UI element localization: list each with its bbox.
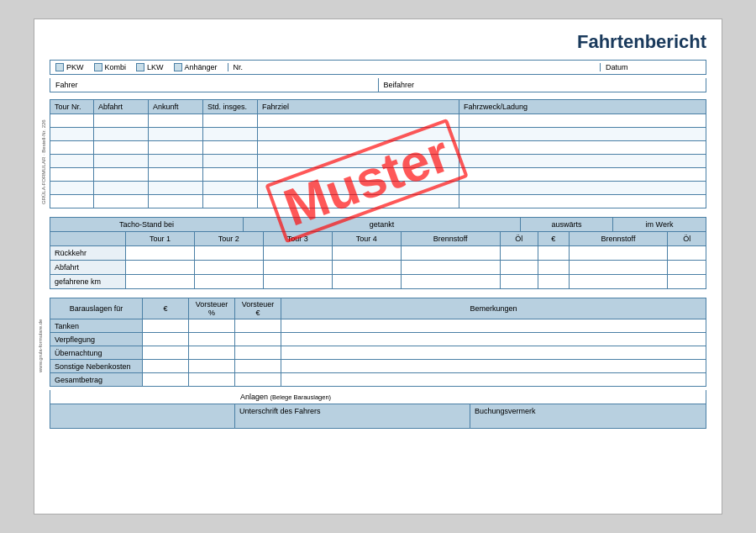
- tour-row-cell[interactable]: [94, 168, 149, 182]
- tour-row-cell[interactable]: [203, 168, 258, 182]
- tour-row-cell[interactable]: [50, 168, 94, 182]
- kombi-checkbox[interactable]: [94, 63, 102, 71]
- bar-row-cell-1[interactable]: [143, 346, 189, 360]
- tacho-row-cell[interactable]: [569, 275, 668, 289]
- tacho-row-cell[interactable]: [401, 261, 500, 275]
- tacho-row-cell[interactable]: [401, 275, 500, 289]
- tacho-row-cell[interactable]: [538, 275, 569, 289]
- tacho-row-cell[interactable]: [668, 246, 706, 261]
- pkw-label: PKW: [66, 63, 84, 71]
- tour-row-cell[interactable]: [459, 114, 706, 128]
- bar-row-cell-1[interactable]: [143, 319, 189, 333]
- bar-row-cell-3[interactable]: [235, 319, 281, 333]
- tacho-row-cell[interactable]: [332, 275, 401, 289]
- bar-row-cell-2[interactable]: [189, 360, 235, 373]
- bar-row-cell-1[interactable]: [143, 333, 189, 346]
- bar-row-cell-3[interactable]: [235, 360, 281, 373]
- tacho-row-cell[interactable]: [263, 246, 332, 261]
- tacho-row-cell[interactable]: [126, 246, 195, 261]
- tour-row-cell[interactable]: [258, 114, 459, 128]
- tacho-row-cell[interactable]: [569, 246, 668, 261]
- tacho-row-cell[interactable]: [668, 261, 706, 275]
- tacho-row-cell[interactable]: [569, 261, 668, 275]
- tacho-row-cell[interactable]: [500, 261, 538, 275]
- tour-row-cell[interactable]: [258, 195, 459, 208]
- tour-row-cell[interactable]: [94, 195, 149, 208]
- tacho-row-cell[interactable]: [332, 246, 401, 261]
- tour-row-cell[interactable]: [203, 182, 258, 195]
- tour-row-cell[interactable]: [149, 182, 203, 195]
- bar-row-cell-2[interactable]: [189, 319, 235, 333]
- tacho-row-cell[interactable]: [538, 246, 569, 261]
- tour-row-cell[interactable]: [203, 155, 258, 168]
- tour-row-cell[interactable]: [258, 182, 459, 195]
- tacho-row-cell[interactable]: [194, 246, 263, 261]
- tacho-row-cell[interactable]: [668, 275, 706, 289]
- bar-row-cell-3[interactable]: [235, 333, 281, 346]
- tour-row-cell[interactable]: [459, 128, 706, 141]
- bar-row-cell-4[interactable]: [281, 333, 706, 346]
- tour-row-cell[interactable]: [149, 168, 203, 182]
- anhaenger-checkbox[interactable]: [174, 63, 182, 71]
- bar-row-cell-2[interactable]: [189, 373, 235, 387]
- bar-row-cell-2[interactable]: [189, 333, 235, 346]
- tour-row-cell[interactable]: [50, 141, 94, 155]
- tour-row-cell[interactable]: [258, 141, 459, 155]
- bar-row-cell-4[interactable]: [281, 319, 706, 333]
- tour-row-cell[interactable]: [203, 114, 258, 128]
- kombi-checkbox-item[interactable]: Kombi: [94, 63, 127, 71]
- tour-row-cell[interactable]: [94, 128, 149, 141]
- tacho-row-cell[interactable]: [194, 275, 263, 289]
- pkw-checkbox-item[interactable]: PKW: [55, 63, 84, 71]
- tour-row-cell[interactable]: [149, 128, 203, 141]
- tour-row-cell[interactable]: [258, 128, 459, 141]
- tacho-row-cell[interactable]: [263, 261, 332, 275]
- tacho-row-cell[interactable]: [194, 261, 263, 275]
- tour-row-cell[interactable]: [149, 114, 203, 128]
- tacho-row-cell[interactable]: [401, 246, 500, 261]
- lkw-checkbox-item[interactable]: LKW: [136, 63, 164, 71]
- tour-row-cell[interactable]: [149, 141, 203, 155]
- tacho-row-cell[interactable]: [332, 261, 401, 275]
- tour-row-cell[interactable]: [50, 182, 94, 195]
- tacho-row-cell[interactable]: [126, 275, 195, 289]
- tour-row-cell[interactable]: [459, 141, 706, 155]
- tour-row-cell[interactable]: [50, 114, 94, 128]
- bar-row-cell-3[interactable]: [235, 346, 281, 360]
- bar-row-cell-1[interactable]: [143, 373, 189, 387]
- bar-row-cell-2[interactable]: [189, 346, 235, 360]
- tour-row-cell[interactable]: [459, 168, 706, 182]
- pkw-checkbox[interactable]: [55, 63, 64, 71]
- unterschrift-label: Unterschrift des Fahrers: [235, 404, 470, 428]
- bar-row-cell-4[interactable]: [281, 360, 706, 373]
- tacho-row-cell[interactable]: [538, 261, 569, 275]
- datum-field: Datum: [600, 63, 701, 71]
- tacho-row-cell[interactable]: [500, 275, 538, 289]
- tour-row-cell[interactable]: [50, 195, 94, 208]
- bar-row-cell-1[interactable]: [143, 360, 189, 373]
- tacho-row-cell[interactable]: [126, 261, 195, 275]
- tour-row-cell[interactable]: [258, 155, 459, 168]
- tour-row-cell[interactable]: [94, 114, 149, 128]
- anhaenger-checkbox-item[interactable]: Anhänger: [174, 63, 218, 71]
- tour-row-cell[interactable]: [258, 168, 459, 182]
- lkw-checkbox[interactable]: [136, 63, 144, 71]
- tour-row-cell[interactable]: [94, 182, 149, 195]
- tacho-row-cell[interactable]: [500, 246, 538, 261]
- tour-row-cell[interactable]: [459, 195, 706, 208]
- tour-row-cell[interactable]: [203, 195, 258, 208]
- tour-row-cell[interactable]: [203, 141, 258, 155]
- tour-row-cell[interactable]: [50, 128, 94, 141]
- bar-row-cell-4[interactable]: [281, 373, 706, 387]
- bar-row-cell-3[interactable]: [235, 373, 281, 387]
- tour-row-cell[interactable]: [50, 155, 94, 168]
- tour-row-cell[interactable]: [149, 155, 203, 168]
- tour-row-cell[interactable]: [94, 155, 149, 168]
- tacho-row-cell[interactable]: [263, 275, 332, 289]
- bar-row-cell-4[interactable]: [281, 346, 706, 360]
- tour-row-cell[interactable]: [203, 128, 258, 141]
- tour-row-cell[interactable]: [459, 155, 706, 168]
- tour-row-cell[interactable]: [94, 141, 149, 155]
- tour-row-cell[interactable]: [459, 182, 706, 195]
- tour-row-cell[interactable]: [149, 195, 203, 208]
